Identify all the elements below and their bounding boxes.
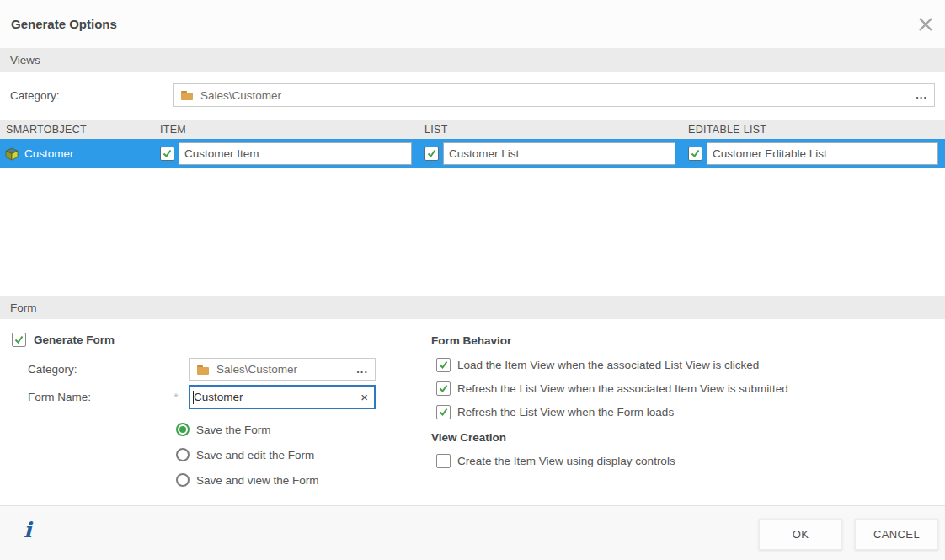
smartobject-name: Customer [24,147,74,160]
clear-icon[interactable]: × [360,391,368,403]
generate-form-checkbox[interactable] [12,333,26,347]
folder-icon [196,363,210,376]
required-marker: * [174,386,179,408]
list-checkbox[interactable] [424,147,439,161]
form-category-browse-button[interactable]: ... [356,365,368,374]
display-controls-label: Create the Item View using display contr… [457,455,675,467]
behavior-option-row[interactable]: Refresh the List View when the associate… [436,381,788,396]
generate-options-dialog: Generate Options Views Category: Sales\C… [0,0,945,560]
col-list: LIST [419,124,682,136]
behavior-option-row[interactable]: Refresh the List View when the Form load… [436,404,674,419]
refresh-list-loads-checkbox[interactable] [436,405,451,419]
editable-list-checkbox[interactable] [688,147,702,161]
form-category-field[interactable]: Sales\Customer ... [189,358,376,381]
col-editable-list: EDITABLE LIST [682,124,945,136]
view-creation-heading: View Creation [431,431,506,444]
form-category-value: Sales\Customer [216,363,356,376]
ok-button[interactable]: OK [759,519,842,550]
footer-bar: i OK CANCEL [0,505,945,560]
close-icon[interactable] [916,15,935,34]
form-category-label: Category: [28,358,77,381]
smartobject-cell[interactable]: Customer [0,139,154,168]
refresh-list-submitted-checkbox[interactable] [436,381,451,396]
refresh-list-loads-label: Refresh the List View when the Form load… [457,406,674,419]
load-item-view-checkbox[interactable] [436,358,451,372]
generate-form-label: Generate Form [34,333,115,346]
view-creation-option-row[interactable]: Create the Item View using display contr… [436,453,675,468]
cancel-button[interactable]: CANCEL [855,519,938,550]
col-item: ITEM [154,124,419,136]
save-form-option[interactable]: Save the Form [176,422,271,437]
editable-list-cell [682,139,945,168]
views-category-field[interactable]: Sales\Customer ... [173,83,935,107]
form-name-value: Customer [194,391,360,403]
save-view-form-label: Save and view the Form [196,474,319,487]
title-bar: Generate Options [0,0,945,48]
item-checkbox[interactable] [160,147,174,161]
table-row[interactable]: Customer [0,139,945,168]
item-cell [154,139,419,168]
save-edit-form-label: Save and edit the Form [196,449,314,461]
radio-save-form[interactable] [176,423,190,436]
radio-save-edit-form[interactable] [176,448,190,461]
item-view-name-input[interactable] [179,142,412,165]
list-cell [419,139,682,168]
save-form-label: Save the Form [196,424,271,436]
load-item-view-label: Load the Item View when the associated L… [457,359,759,371]
views-category-browse-button[interactable]: ... [916,91,927,99]
views-category-label: Category: [10,83,60,107]
refresh-list-submitted-label: Refresh the List View when the associate… [457,382,788,395]
form-name-label: Form Name: [28,385,91,409]
info-icon[interactable]: i [24,518,32,542]
views-category-value: Sales\Customer [200,89,916,102]
save-view-form-option[interactable]: Save and view the Form [176,472,319,488]
display-controls-checkbox[interactable] [436,454,451,468]
generate-form-row: Generate Form [12,331,115,348]
views-table-header: SMARTOBJECT ITEM LIST EDITABLE LIST [0,120,945,139]
dialog-title: Generate Options [11,17,117,31]
behavior-option-row[interactable]: Load the Item View when the associated L… [436,357,759,372]
save-edit-form-option[interactable]: Save and edit the Form [176,447,314,462]
smartobject-cube-icon [5,147,19,161]
list-view-name-input[interactable] [443,142,675,165]
form-behavior-heading: Form Behavior [431,334,511,347]
form-name-field[interactable]: Customer × [189,385,376,409]
editable-list-view-name-input[interactable] [707,142,938,165]
folder-icon [180,88,194,102]
form-section-header: Form [0,296,945,319]
views-section-header: Views [0,48,945,72]
col-smartobject: SMARTOBJECT [0,124,154,136]
form-section-label: Form [10,301,37,314]
radio-save-view-form[interactable] [176,473,190,487]
views-section-label: Views [10,54,40,67]
